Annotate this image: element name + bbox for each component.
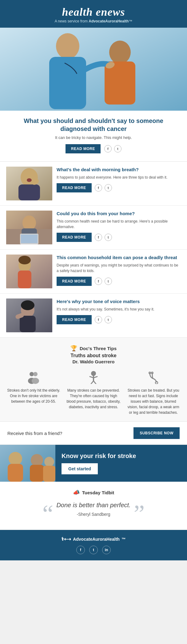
featured-actions: READ MORE f t xyxy=(9,144,178,153)
tidbit-attribution: -Sheryl Sandberg xyxy=(56,512,130,517)
article-description: It happens to just about everyone. Here … xyxy=(57,175,181,180)
tips-columns: Strokes don't only hit the elderly. One … xyxy=(6,370,181,415)
facebook-icon[interactable]: f xyxy=(95,184,102,192)
cta-svg xyxy=(0,445,55,482)
svg-rect-26 xyxy=(18,271,31,288)
cta-image xyxy=(0,445,55,482)
featured-description: It can be tricky to navigate. This might… xyxy=(9,135,178,140)
footer-twitter-icon[interactable]: t xyxy=(89,546,98,554)
tidbit-section: 📣 Tuesday Tidbit “ Done is better than p… xyxy=(0,482,187,530)
stethoscope-icon xyxy=(147,370,160,385)
svg-rect-1 xyxy=(0,28,187,111)
thumb-svg-2 xyxy=(6,211,52,244)
people-icon xyxy=(27,370,40,385)
subscribe-button[interactable]: SUBSCRIBE NOW xyxy=(133,427,180,439)
subtitle-brand: AdvocateAuroraHealth xyxy=(89,19,129,23)
facebook-icon[interactable]: f xyxy=(95,234,102,241)
footer-logo-icon: ⚕⟷ xyxy=(61,536,71,542)
svg-point-55 xyxy=(44,457,54,467)
docs-tips-header: 🏆 Doc's Three Tips xyxy=(6,345,181,352)
featured-social-icons: f t xyxy=(104,145,121,152)
twitter-icon[interactable]: t xyxy=(105,316,112,323)
svg-line-44 xyxy=(94,381,96,384)
svg-point-21 xyxy=(24,216,35,228)
tidbit-quote-text: Done is better than perfect. xyxy=(56,501,130,509)
thumb-svg-3 xyxy=(6,255,52,288)
svg-point-36 xyxy=(33,372,38,376)
social-icons: f t xyxy=(95,234,112,241)
tip-column-3: Strokes can be treated. But you need to … xyxy=(126,370,181,415)
svg-point-7 xyxy=(111,41,129,60)
twitter-icon[interactable]: t xyxy=(105,234,112,241)
article-item: Could you do this from your home? This c… xyxy=(0,206,187,250)
article-item: Here's why your tone of voice matters It… xyxy=(0,294,187,338)
svg-point-38 xyxy=(32,378,39,384)
article-actions: READ MORE f t xyxy=(57,233,181,242)
twitter-icon[interactable]: t xyxy=(114,145,121,152)
article-content: Could you do this from your home? This c… xyxy=(57,211,181,242)
tidbit-quote-area: “ Done is better than perfect. -Sheryl S… xyxy=(9,501,178,523)
thumb-svg-1 xyxy=(6,167,52,200)
article-thumbnail xyxy=(6,167,52,200)
subscribe-banner: Receive this from a friend? SUBSCRIBE NO… xyxy=(0,422,187,445)
svg-rect-56 xyxy=(43,466,55,482)
docs-tips-author: Dr. Waldo Guerrero xyxy=(6,359,181,364)
cta-content: Know your risk for stroke Get started xyxy=(55,446,187,480)
trophy-icon: 🏆 xyxy=(70,345,77,352)
article-item: This common household item can pose a de… xyxy=(0,250,187,294)
article-title: Here's why your tone of voice matters xyxy=(57,298,181,305)
article-title: What's the deal with morning breath? xyxy=(57,167,181,173)
read-more-button[interactable]: READ MORE xyxy=(57,183,92,192)
facebook-icon[interactable]: f xyxy=(104,145,112,152)
docs-tips-subtitle: Truths about stroke xyxy=(6,353,181,358)
site-title: health enews xyxy=(6,6,181,18)
read-more-button[interactable]: READ MORE xyxy=(57,233,92,242)
article-actions: READ MORE f t xyxy=(57,277,181,286)
tip-text-3: Strokes can be treated. But you need to … xyxy=(126,388,181,415)
article-content: What's the deal with morning breath? It … xyxy=(57,167,181,192)
footer-linkedin-icon[interactable]: in xyxy=(102,546,111,554)
tidbit-label: Tuesday Tidbit xyxy=(82,490,114,495)
read-more-button[interactable]: READ MORE xyxy=(57,277,92,286)
article-description: It's not always what you say. Sometimes,… xyxy=(57,306,181,312)
hero-svg xyxy=(0,28,187,111)
hero-image xyxy=(0,28,187,111)
header-subtitle: A news service from AdvocateAuroraHealth… xyxy=(6,19,181,23)
svg-rect-31 xyxy=(20,316,36,332)
footer-social: f t in xyxy=(6,546,181,554)
article-content: This common household item can pose a de… xyxy=(57,255,181,286)
social-icons: f t xyxy=(95,316,112,323)
tip-text-2: Many strokes can be prevented. They're o… xyxy=(66,388,121,410)
footer-brand: AdvocateAuroraHealth xyxy=(73,537,120,542)
footer: ⚕⟷ AdvocateAuroraHealth™ f t in xyxy=(0,530,187,560)
svg-rect-23 xyxy=(21,235,38,243)
header: health enews A news service from Advocat… xyxy=(0,0,187,28)
svg-point-51 xyxy=(10,452,21,464)
footer-logo: ⚕⟷ AdvocateAuroraHealth™ xyxy=(6,536,181,542)
person-icon xyxy=(87,370,100,385)
subtitle-pre: A news service from xyxy=(55,19,89,23)
svg-point-54 xyxy=(32,455,42,464)
featured-read-more-button[interactable]: READ MORE xyxy=(66,144,101,153)
tip-text-1: Strokes don't only hit the elderly. One … xyxy=(6,388,61,404)
featured-article: What you should and shouldn't say to som… xyxy=(0,111,187,162)
facebook-icon[interactable]: f xyxy=(95,316,102,323)
featured-title: What you should and shouldn't say to som… xyxy=(9,117,178,133)
cta-button[interactable]: Get started xyxy=(62,463,98,474)
docs-tips-label: Doc's Three Tips xyxy=(80,346,117,351)
twitter-icon[interactable]: t xyxy=(105,184,112,192)
cta-banner: Know your risk for stroke Get started xyxy=(0,445,187,482)
read-more-button[interactable]: READ MORE xyxy=(57,315,92,324)
quote-mark-left: “ xyxy=(42,504,54,523)
footer-tm: ™ xyxy=(121,537,126,542)
tip-column-2: Many strokes can be prevented. They're o… xyxy=(66,370,121,415)
svg-point-39 xyxy=(91,371,96,376)
social-icons: f t xyxy=(95,184,112,192)
article-description: Despite years of warnings, you might be … xyxy=(57,263,181,274)
svg-point-14 xyxy=(27,178,32,182)
svg-point-35 xyxy=(30,372,34,376)
footer-facebook-icon[interactable]: f xyxy=(76,546,85,554)
svg-point-4 xyxy=(58,34,78,55)
facebook-icon[interactable]: f xyxy=(95,278,102,285)
twitter-icon[interactable]: t xyxy=(105,278,112,285)
